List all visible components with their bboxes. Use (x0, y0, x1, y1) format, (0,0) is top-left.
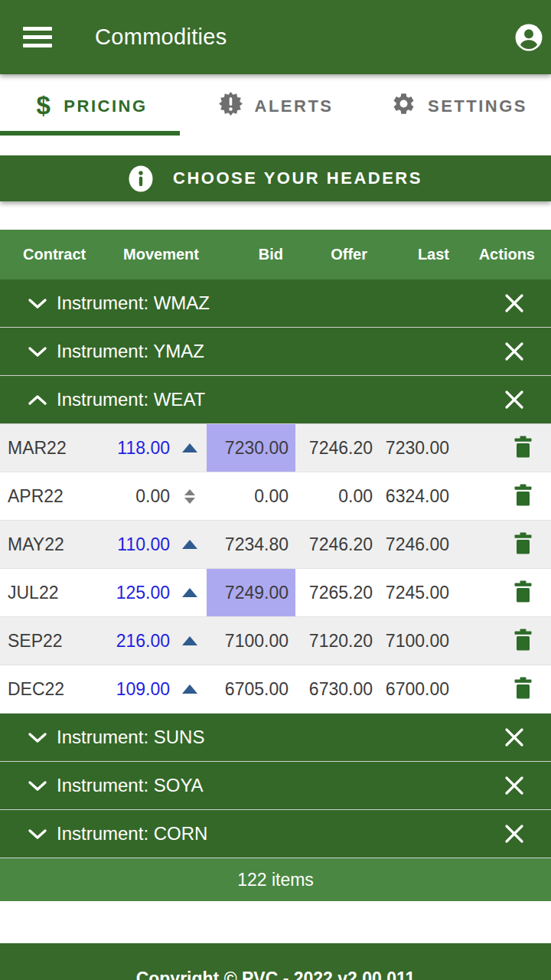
instrument-group-header[interactable]: Instrument: CORN (0, 810, 551, 858)
chevron-down-icon[interactable] (28, 346, 47, 358)
offer-cell: 7265.20 (295, 583, 373, 603)
chevron-down-icon[interactable] (28, 828, 47, 840)
movement-cell: 0.00 (73, 486, 173, 507)
tab-alerts-label: ALERTS (255, 96, 334, 116)
footer: Copyright © PVC - 2022 v2.00.011 (0, 943, 551, 980)
header-actions: Actions (451, 246, 551, 263)
trash-icon (514, 436, 533, 460)
close-icon[interactable] (504, 341, 525, 362)
trash-icon (514, 677, 533, 701)
close-icon[interactable] (504, 727, 525, 748)
instrument-table: Instrument: WMAZInstrument: YMAZInstrume… (0, 279, 551, 858)
triangle-up-icon (182, 588, 197, 597)
contract-cell: MAR22 (0, 438, 73, 459)
page-title: Commodities (95, 24, 227, 50)
last-cell: 7245.00 (373, 583, 451, 603)
instrument-group-label: Instrument: CORN (57, 823, 207, 844)
offer-cell: 0.00 (295, 486, 373, 507)
bid-cell: 7100.00 (207, 617, 295, 665)
close-icon[interactable] (504, 389, 525, 410)
instrument-group-header[interactable]: Instrument: WMAZ (0, 279, 551, 328)
offer-cell: 7246.20 (295, 438, 373, 459)
instrument-group-header[interactable]: Instrument: SUNS (0, 714, 551, 762)
items-count: 122 items (237, 870, 314, 890)
close-icon[interactable] (504, 823, 525, 844)
bid-cell: 0.00 (207, 472, 295, 520)
header-movement: Movement (73, 246, 207, 263)
items-count-bar: 122 items (0, 858, 551, 901)
choose-headers-button[interactable]: CHOOSE YOUR HEADERS (0, 155, 551, 201)
alert-badge-icon (218, 91, 243, 121)
bid-cell: 6705.00 (207, 665, 295, 713)
chevron-down-icon[interactable] (28, 780, 47, 792)
offer-cell: 7246.20 (295, 534, 373, 555)
delete-button[interactable] (514, 436, 533, 460)
trash-icon (514, 629, 533, 653)
contract-cell: DEC22 (0, 679, 73, 700)
last-cell: 6700.00 (373, 679, 451, 700)
unchanged-icon (184, 489, 195, 504)
contract-cell: MAY22 (0, 534, 73, 555)
contract-row: MAR22118.007230.007246.207230.00 (0, 424, 551, 472)
bid-cell: 7249.00 (207, 569, 295, 616)
triangle-up-icon (182, 636, 197, 645)
contract-row: MAY22110.007234.807246.207246.00 (0, 521, 551, 569)
movement-cell: 216.00 (73, 631, 173, 652)
tab-settings[interactable]: SETTINGS (367, 74, 551, 138)
instrument-group-label: Instrument: WEAT (57, 389, 205, 410)
contract-row: APR220.000.000.006324.00 (0, 472, 551, 521)
tab-pricing-label: PRICING (64, 96, 147, 116)
last-cell: 7246.00 (373, 534, 451, 555)
choose-headers-label: CHOOSE YOUR HEADERS (173, 168, 422, 188)
triangle-up-icon (182, 684, 197, 694)
contract-cell: SEP22 (0, 631, 73, 652)
instrument-group-label: Instrument: SOYA (57, 775, 204, 796)
last-cell: 7230.00 (373, 438, 451, 459)
bid-cell: 7234.80 (207, 521, 295, 568)
close-icon[interactable] (504, 292, 525, 314)
triangle-up-icon (182, 443, 197, 452)
movement-cell: 125.00 (73, 583, 173, 603)
copyright-text: Copyright © PVC - 2022 v2.00.011 (0, 969, 551, 980)
movement-cell: 109.00 (73, 679, 173, 700)
header-bid: Bid (207, 246, 295, 263)
header-offer: Offer (295, 246, 373, 263)
instrument-group-label: Instrument: WMAZ (57, 292, 210, 314)
tab-pricing[interactable]: $ PRICING (0, 74, 184, 138)
header-contract: Contract (0, 246, 73, 263)
contract-row: SEP22216.007100.007120.207100.00 (0, 617, 551, 665)
instrument-group-header[interactable]: Instrument: YMAZ (0, 328, 551, 376)
tab-settings-label: SETTINGS (428, 96, 527, 116)
header-last: Last (373, 246, 451, 263)
delete-button[interactable] (514, 677, 533, 701)
trash-icon (514, 484, 533, 508)
instrument-group-header[interactable]: Instrument: SOYA (0, 762, 551, 810)
contract-cell: APR22 (0, 486, 73, 507)
contract-cell: JUL22 (0, 583, 73, 603)
offer-cell: 6730.00 (295, 679, 373, 700)
trash-icon (514, 580, 533, 605)
bid-cell: 7230.00 (207, 424, 295, 472)
tab-bar: $ PRICING ALERTS SETTINGS (0, 74, 551, 138)
contract-row: DEC22109.006705.006730.006700.00 (0, 665, 551, 714)
last-cell: 7100.00 (373, 631, 451, 652)
delete-button[interactable] (514, 532, 533, 557)
gear-icon (391, 91, 416, 121)
info-icon (129, 165, 153, 192)
delete-button[interactable] (514, 629, 533, 653)
delete-button[interactable] (514, 484, 533, 508)
chevron-up-icon[interactable] (28, 394, 47, 406)
last-cell: 6324.00 (373, 486, 451, 507)
account-icon[interactable] (513, 21, 545, 54)
table-header-row: Contract Movement Bid Offer Last Actions (0, 230, 551, 279)
chevron-down-icon[interactable] (28, 732, 47, 743)
movement-cell: 110.00 (73, 534, 173, 555)
dollar-icon: $ (36, 93, 52, 118)
close-icon[interactable] (504, 775, 525, 796)
menu-icon[interactable] (23, 22, 52, 52)
delete-button[interactable] (514, 580, 533, 605)
tab-alerts[interactable]: ALERTS (184, 74, 367, 138)
movement-cell: 118.00 (73, 438, 173, 459)
instrument-group-header[interactable]: Instrument: WEAT (0, 376, 551, 424)
chevron-down-icon[interactable] (28, 298, 47, 309)
